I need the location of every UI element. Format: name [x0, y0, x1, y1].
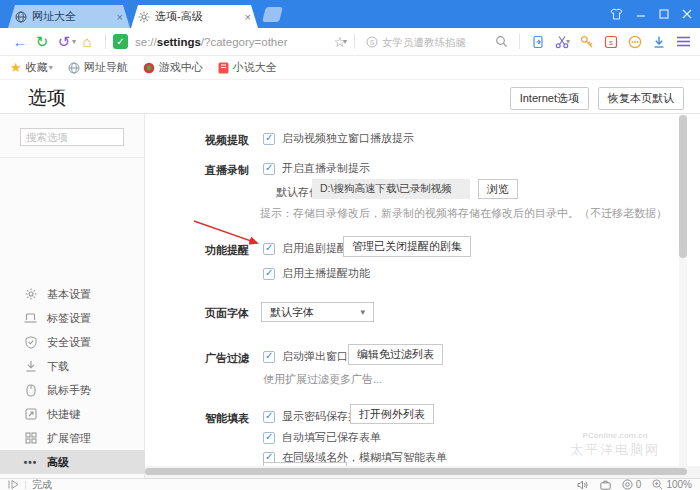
- autofill-saved-forms-row: 自动填写已保存表单: [263, 430, 381, 445]
- address-bar[interactable]: se://settings/?category=other: [135, 36, 333, 48]
- bookmark-novels[interactable]: 小说大全: [218, 60, 277, 75]
- checkbox-drama-reminder[interactable]: [263, 243, 275, 255]
- manage-closed-reminders-button[interactable]: 管理已关闭提醒的剧集: [343, 236, 471, 257]
- vertical-scrollbar[interactable]: [679, 115, 687, 468]
- checkbox-label: 启用主播提醒功能: [282, 266, 370, 281]
- section-label-feature-reminder: 功能提醒: [205, 243, 249, 258]
- close-icon[interactable]: ×: [117, 11, 123, 23]
- send-to-phone-icon[interactable]: [531, 35, 545, 49]
- checkbox-password-save-hint[interactable]: [263, 411, 275, 423]
- toolbar: ← ↻ ↺ ▾ ⌂ ✓ se://settings/?category=othe…: [0, 28, 700, 56]
- pconline-watermark: PConline.com.cn 太平洋电脑网: [540, 420, 690, 458]
- open-exceptions-button[interactable]: 打开例外列表: [350, 404, 434, 424]
- bookmarks-bar: ★ 收藏 ▾ 网址导航 游戏中心 小说大全: [0, 56, 700, 80]
- sidebar-item-hotkeys[interactable]: 快捷键: [0, 402, 145, 426]
- internet-options-button[interactable]: Internet选项: [510, 87, 589, 110]
- bookmark-label: 网址导航: [84, 60, 128, 75]
- edit-filter-whitelist-button[interactable]: 编辑免过滤列表: [348, 344, 443, 365]
- window-controls: [610, 0, 692, 28]
- speaker-icon[interactable]: [577, 480, 589, 490]
- vertical-scrollbar-thumb[interactable]: [679, 115, 687, 258]
- security-shield-icon[interactable]: ✓: [113, 34, 128, 49]
- svg-text:S: S: [370, 38, 375, 45]
- refresh-icon[interactable]: ↻: [31, 34, 53, 49]
- extensions-grid-icon: [24, 432, 37, 444]
- watermark-text: PConline: [583, 431, 618, 440]
- settings-search-input[interactable]: [20, 128, 124, 146]
- divider: [354, 34, 355, 49]
- bookmark-game-center[interactable]: 游戏中心: [143, 60, 203, 75]
- save-directory-input[interactable]: [312, 179, 470, 199]
- search-input[interactable]: [382, 36, 491, 48]
- sidebar-item-security[interactable]: 安全设置: [0, 330, 145, 354]
- skin-icon[interactable]: [610, 8, 623, 20]
- sidebar-item-tabs[interactable]: 标签设置: [0, 306, 145, 330]
- url-path: /?category=other: [201, 36, 288, 48]
- search-box[interactable]: S: [362, 32, 512, 52]
- search-icon[interactable]: [495, 35, 508, 48]
- bookmark-favorites[interactable]: ★ 收藏 ▾: [10, 60, 53, 75]
- favorites-dropdown-caret[interactable]: ▾: [49, 63, 53, 72]
- tab-options-advanced[interactable]: 选项-高级 ×: [131, 5, 258, 28]
- checkbox-live-record-hint[interactable]: [263, 163, 275, 175]
- zoom-control[interactable]: 100%: [652, 479, 692, 490]
- zoom-icon: [652, 479, 663, 490]
- task-badge[interactable]: 0: [622, 479, 642, 490]
- sidebar-item-label: 基本设置: [47, 287, 91, 302]
- seal-icon[interactable]: s: [604, 35, 618, 49]
- restore-defaults-button[interactable]: 恢复本页默认: [598, 87, 684, 110]
- divider: [0, 157, 145, 158]
- bookmark-label: 游戏中心: [159, 60, 203, 75]
- close-window-icon[interactable]: [682, 9, 692, 19]
- sidebar-item-extensions[interactable]: 扩展管理: [0, 426, 145, 450]
- bookmark-label: 收藏: [26, 60, 48, 75]
- watermark-text-cn: 太平洋电脑网: [540, 443, 690, 458]
- menu-icon[interactable]: [676, 35, 691, 48]
- checkbox-popup-block[interactable]: [263, 351, 275, 363]
- browse-button[interactable]: 浏览: [478, 179, 518, 199]
- checkbox-autofill-saved-forms[interactable]: [263, 432, 275, 444]
- more-ad-filter-link[interactable]: 使用扩展过滤更多广告...: [263, 372, 382, 387]
- clip-group[interactable]: ▾: [555, 35, 570, 49]
- home-icon[interactable]: ⌂: [76, 34, 98, 49]
- bookmark-site-nav[interactable]: 网址导航: [68, 60, 128, 75]
- tab-label: 网址大全: [32, 9, 108, 24]
- new-tab-button[interactable]: [262, 7, 283, 22]
- close-icon[interactable]: ×: [245, 11, 251, 23]
- feedback-icon[interactable]: [628, 35, 642, 49]
- gear-icon: [24, 288, 37, 300]
- shield-check-icon: [24, 336, 37, 349]
- minimize-icon[interactable]: [636, 9, 646, 19]
- checkbox-video-popup-hint[interactable]: [263, 133, 275, 145]
- settings-content: 视频提取 启动视频独立窗口播放提示 直播录制 开启直播录制提示 默认存储目录 浏…: [145, 114, 700, 478]
- url-scheme: se://: [135, 36, 157, 48]
- toolbox-icon[interactable]: [600, 480, 611, 490]
- horizontal-scrollbar[interactable]: [145, 466, 700, 478]
- download-icon[interactable]: [652, 35, 666, 49]
- hotkey-icon: [24, 408, 37, 420]
- tab-label: 选项-高级: [155, 9, 236, 24]
- sidebar-item-download[interactable]: 下载: [0, 354, 145, 378]
- divider: [519, 34, 520, 49]
- key-icon[interactable]: [580, 35, 594, 49]
- sidebar-item-mouse-gestures[interactable]: 鼠标手势: [0, 378, 145, 402]
- maximize-icon[interactable]: [659, 9, 669, 19]
- badge-count: 0: [636, 479, 642, 490]
- divider: [105, 34, 106, 49]
- tab-site-directory[interactable]: 网址大全 ×: [8, 5, 130, 28]
- status-text: 完成: [32, 478, 52, 490]
- page-font-select[interactable]: 默认字体: [261, 302, 374, 322]
- clip-dropdown-caret[interactable]: ▾: [566, 37, 570, 46]
- star-icon: ★: [10, 60, 22, 75]
- divider: [25, 481, 26, 489]
- page-title: 选项: [28, 85, 66, 111]
- back-icon[interactable]: ←: [9, 34, 31, 49]
- bookmark-dropdown-caret[interactable]: ▾: [343, 37, 347, 46]
- sidebar-item-basic[interactable]: 基本设置: [0, 282, 145, 306]
- checkbox-label: 开启直播录制提示: [282, 161, 370, 176]
- settings-sidebar: 基本设置 标签设置 安全设置 下载 鼠标手势 快捷键 扩展管理 ••• 高级: [0, 114, 145, 478]
- book-icon: [218, 62, 229, 74]
- sidebar-item-advanced[interactable]: ••• 高级: [0, 450, 145, 474]
- horizontal-scrollbar-thumb[interactable]: [145, 468, 687, 475]
- checkbox-streamer-reminder[interactable]: [263, 268, 275, 280]
